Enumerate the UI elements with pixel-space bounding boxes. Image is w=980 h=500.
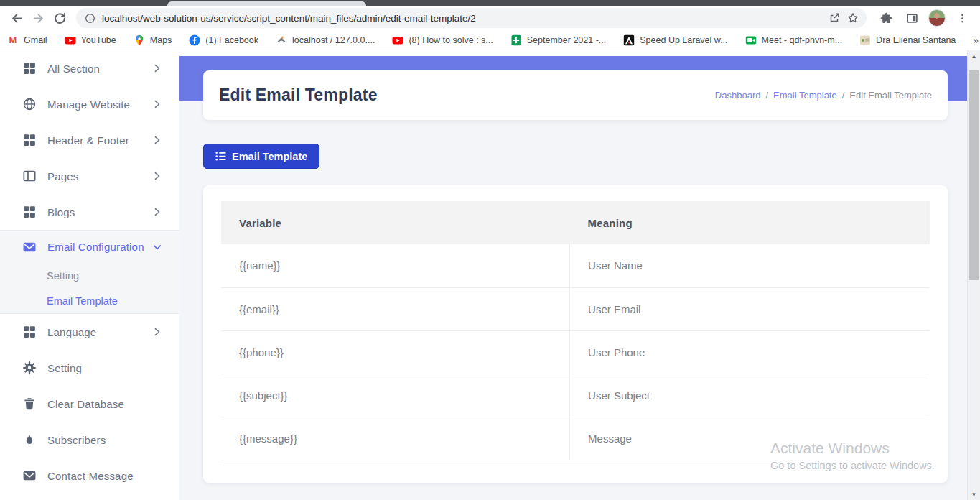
page-viewport: All SectionManage WebsiteHeader & Footer… xyxy=(0,50,980,500)
sidebar-item-pages[interactable]: Pages xyxy=(0,158,179,194)
email-template-button[interactable]: Email Template xyxy=(203,144,319,169)
flame-icon xyxy=(23,433,36,446)
gmail-icon: M xyxy=(7,34,19,46)
sidebar-item-email-configuration[interactable]: Email Configuration xyxy=(0,231,179,263)
bookmark-item[interactable]: (8) How to solve : s... xyxy=(392,34,493,46)
sidebar-item-header-footer[interactable]: Header & Footer xyxy=(0,122,179,158)
sidebar-item-blogs[interactable]: Blogs xyxy=(0,194,179,230)
sidebar-item-label: Blogs xyxy=(47,206,152,218)
sidebar-item-setting[interactable]: Setting xyxy=(0,350,179,386)
columns-icon xyxy=(23,170,36,182)
chrome-menu-kebab-icon[interactable] xyxy=(953,9,971,27)
bookmark-star-icon[interactable] xyxy=(844,9,862,27)
meet-icon xyxy=(745,34,757,46)
sidebar-item-label: Email Configuration xyxy=(47,241,152,253)
breadcrumb-separator: / xyxy=(842,90,845,101)
chevron-right-icon xyxy=(152,327,162,337)
browser-active-tab[interactable] xyxy=(167,1,366,6)
site-info-icon[interactable] xyxy=(85,13,95,24)
bookmarks-overflow-chevron[interactable]: » xyxy=(973,34,979,46)
sidebar-item-language[interactable]: Language xyxy=(0,314,179,350)
table-row: {{email}}User Email xyxy=(221,287,930,330)
bookmark-label: Speed Up Laravel w... xyxy=(640,35,727,45)
column-header-meaning: Meaning xyxy=(570,201,930,244)
sidebar-item-label: All Section xyxy=(47,62,152,75)
gear-icon xyxy=(23,361,36,374)
profile-avatar[interactable] xyxy=(928,9,946,27)
scrollbar-up-arrow-icon[interactable]: ▲ xyxy=(968,50,980,62)
breadcrumb-dashboard[interactable]: Dashboard xyxy=(715,90,761,101)
variable-cell: {{phone}} xyxy=(221,330,570,374)
scrollbar-down-arrow-icon[interactable]: ▼ xyxy=(968,489,980,500)
meaning-cell: Message xyxy=(570,417,930,460)
globe-icon xyxy=(23,98,36,111)
bookmark-item[interactable]: localhost / 127.0.0.... xyxy=(276,34,375,46)
bookmark-item[interactable]: Speed Up Laravel w... xyxy=(623,34,727,46)
back-icon[interactable] xyxy=(7,9,26,27)
share-icon[interactable] xyxy=(825,9,844,27)
sheets-icon xyxy=(510,34,522,46)
phpmyadmin-icon xyxy=(276,34,287,46)
variable-cell: {{email}} xyxy=(221,287,570,330)
chevron-right-icon xyxy=(152,135,162,145)
maps-icon xyxy=(134,34,145,46)
breadcrumb-email-template[interactable]: Email Template xyxy=(773,90,837,101)
bookmarks-bar: MGmailYouTubeMaps(1) Facebooklocalhost /… xyxy=(0,30,980,50)
browser-tabstrip xyxy=(0,0,980,6)
sidebar-item-label: Setting xyxy=(47,362,162,374)
grid-icon xyxy=(23,62,36,75)
scrollbar-track[interactable] xyxy=(968,62,980,489)
bookmark-item[interactable]: YouTube xyxy=(65,34,116,46)
bookmark-label: localhost / 127.0.0.... xyxy=(292,35,375,45)
sidebar-item-label: Pages xyxy=(47,170,152,182)
chevron-down-icon xyxy=(152,242,162,252)
sidebar-subitem-email-template[interactable]: Email Template xyxy=(0,288,179,313)
youtube-icon xyxy=(65,34,76,46)
variable-cell: {{message}} xyxy=(221,417,570,460)
sidebar-item-clear-database[interactable]: Clear Database xyxy=(0,386,179,422)
page-header-card: Edit Email Template Dashboard/Email Temp… xyxy=(203,70,948,120)
sidebar-item-label: Header & Footer xyxy=(47,134,152,147)
profile-doc-icon xyxy=(859,34,871,46)
extensions-puzzle-icon[interactable] xyxy=(877,9,895,27)
sidebar: All SectionManage WebsiteHeader & Footer… xyxy=(0,50,179,500)
table-row: {{name}}User Name xyxy=(221,244,930,287)
bookmark-item[interactable]: Dra Elienai Santana xyxy=(859,34,956,46)
forward-icon[interactable] xyxy=(29,9,47,27)
chevron-right-icon xyxy=(152,99,162,109)
table-row: {{subject}}User Subject xyxy=(221,374,930,417)
variable-cell: {{subject}} xyxy=(221,374,570,417)
chevron-right-icon xyxy=(152,207,162,217)
bookmark-label: Meet - qdf-pnvn-m... xyxy=(762,35,843,45)
breadcrumb-edit-email-template: Edit Email Template xyxy=(849,90,932,101)
address-bar[interactable]: localhost/web-solution-us/service/script… xyxy=(76,8,867,28)
list-icon xyxy=(215,151,226,162)
bookmark-label: Gmail xyxy=(24,35,47,45)
sidebar-item-manage-website[interactable]: Manage Website xyxy=(0,86,179,122)
browser-toolbar: localhost/web-solution-us/service/script… xyxy=(0,6,980,30)
side-panel-icon[interactable] xyxy=(902,9,921,27)
meaning-cell: User Email xyxy=(570,287,930,330)
sidebar-item-all-section[interactable]: All Section xyxy=(0,50,179,86)
sidebar-item-label: Clear Database xyxy=(47,398,162,410)
variables-table-card: VariableMeaning {{name}}User Name{{email… xyxy=(203,185,948,483)
bookmark-item[interactable]: Maps xyxy=(134,34,172,46)
scrollbar-thumb[interactable] xyxy=(969,70,979,280)
facebook-icon xyxy=(189,34,200,46)
bookmark-item[interactable]: September 2021 -... xyxy=(510,34,606,46)
page-scrollbar[interactable]: ▲ ▼ xyxy=(967,50,980,500)
sidebar-item-label: Manage Website xyxy=(47,98,152,111)
bookmark-item[interactable]: Meet - qdf-pnvn-m... xyxy=(745,34,843,46)
url-text[interactable]: localhost/web-solution-us/service/script… xyxy=(102,13,825,24)
sidebar-item-contact-message[interactable]: Contact Message xyxy=(0,458,179,494)
youtube-icon xyxy=(392,34,403,46)
bookmark-label: (8) How to solve : s... xyxy=(409,35,493,45)
chevron-right-icon xyxy=(152,171,162,181)
reload-icon[interactable] xyxy=(50,9,69,27)
bookmark-item[interactable]: MGmail xyxy=(7,34,47,46)
bookmark-label: (1) Facebook xyxy=(205,35,258,45)
sidebar-item-subscribers[interactable]: Subscribers xyxy=(0,422,179,458)
sidebar-subitem-setting[interactable]: Setting xyxy=(0,263,179,288)
bookmark-item[interactable]: (1) Facebook xyxy=(189,34,258,46)
email-template-button-label: Email Template xyxy=(232,151,307,162)
